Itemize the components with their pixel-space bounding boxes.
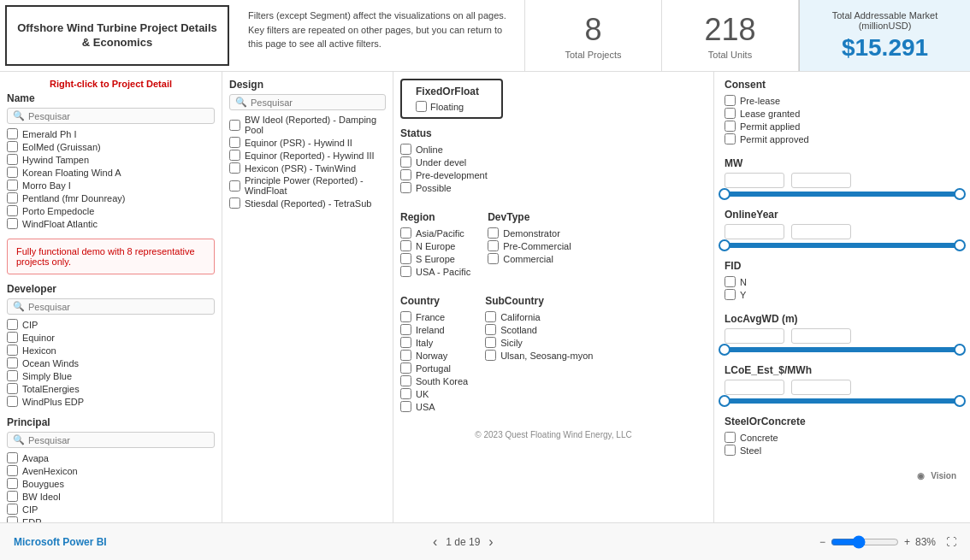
list-item[interactable]: Scotland: [485, 323, 593, 336]
list-item[interactable]: Emerald Ph I: [7, 127, 215, 140]
list-item[interactable]: Lease granted: [725, 107, 960, 120]
zoom-slider[interactable]: [831, 535, 899, 549]
list-item-checkbox[interactable]: [485, 311, 496, 322]
list-item-checkbox[interactable]: [488, 227, 499, 239]
mw-slider-track[interactable]: [725, 192, 960, 197]
design-search-input[interactable]: [251, 97, 380, 108]
list-item[interactable]: Asia/Pacific: [400, 227, 470, 239]
developer-search-box[interactable]: 🔍: [7, 298, 215, 315]
floating-checkbox[interactable]: [416, 101, 427, 112]
list-item-checkbox[interactable]: [7, 357, 18, 368]
list-item[interactable]: Simply Blue: [7, 369, 215, 382]
list-item[interactable]: AvenHexicon: [7, 464, 215, 477]
lcoe-left-thumb[interactable]: [719, 395, 730, 407]
list-item-checkbox[interactable]: [7, 452, 18, 463]
list-item[interactable]: Norway: [400, 349, 468, 362]
list-item-checkbox[interactable]: [400, 401, 411, 412]
locavgwd-max-input[interactable]: 1129: [791, 328, 851, 344]
locavgwd-left-thumb[interactable]: [719, 344, 730, 356]
list-item-checkbox[interactable]: [485, 324, 496, 335]
list-item[interactable]: UK: [400, 387, 468, 400]
list-item[interactable]: CIP: [7, 503, 215, 516]
list-item-checkbox[interactable]: [400, 266, 411, 277]
list-item-checkbox[interactable]: [7, 192, 18, 203]
list-item[interactable]: Equinor (Reported) - Hywind III: [229, 149, 386, 162]
list-item[interactable]: WindFloat Atlantic: [7, 217, 215, 230]
lcoe-max-input[interactable]: $168.2: [791, 380, 851, 395]
list-item-checkbox[interactable]: [229, 162, 240, 174]
list-item[interactable]: Hexicon (PSR) - TwinWind: [229, 162, 386, 174]
list-item[interactable]: Pre-Commercial: [488, 239, 571, 252]
list-item-checkbox[interactable]: [7, 141, 18, 152]
list-item[interactable]: Bouygues: [7, 477, 215, 490]
list-item-checkbox[interactable]: [400, 363, 411, 374]
list-item-checkbox[interactable]: [725, 289, 736, 300]
list-item[interactable]: EolMed (Gruissan): [7, 140, 215, 153]
list-item-checkbox[interactable]: [7, 504, 18, 515]
design-search-box[interactable]: 🔍: [229, 94, 386, 110]
list-item[interactable]: Principle Power (Reported) - WindFloat: [229, 174, 386, 197]
list-item-checkbox[interactable]: [725, 121, 736, 132]
list-item-checkbox[interactable]: [488, 240, 499, 251]
list-item[interactable]: Stiesdal (Reported) - TetraSub: [229, 197, 386, 209]
list-item[interactable]: Pentland (fmr Dounreay): [7, 192, 215, 204]
list-item-checkbox[interactable]: [400, 375, 411, 386]
list-item[interactable]: Equinor: [7, 331, 215, 344]
principal-search-input[interactable]: [28, 435, 209, 445]
name-search-box[interactable]: 🔍: [7, 108, 215, 124]
list-item[interactable]: Demonstrator: [488, 227, 571, 239]
pagination-prev[interactable]: ‹: [433, 534, 437, 550]
list-item-checkbox[interactable]: [485, 337, 496, 348]
list-item-checkbox[interactable]: [229, 197, 240, 209]
list-item-checkbox[interactable]: [400, 337, 411, 348]
list-item-checkbox[interactable]: [725, 95, 736, 106]
locavgwd-min-input[interactable]: 62: [725, 328, 784, 344]
list-item[interactable]: Possible: [400, 181, 488, 194]
list-item[interactable]: France: [400, 310, 468, 323]
developer-search-input[interactable]: [28, 302, 209, 312]
list-item[interactable]: BW Ideol (Reported) - Damping Pool: [229, 114, 386, 136]
list-item[interactable]: Ulsan, Seosang-myon: [485, 349, 593, 362]
list-item-checkbox[interactable]: [725, 432, 736, 443]
list-item[interactable]: Pre-development: [400, 168, 488, 181]
list-item[interactable]: Hywind Tampen: [7, 153, 215, 166]
list-item-checkbox[interactable]: [488, 253, 499, 264]
list-item-checkbox[interactable]: [7, 218, 18, 229]
list-item-checkbox[interactable]: [7, 180, 18, 191]
list-item-checkbox[interactable]: [7, 491, 18, 502]
list-item[interactable]: Concrete: [725, 431, 960, 444]
list-item-checkbox[interactable]: [7, 332, 18, 343]
list-item[interactable]: Hexicon: [7, 344, 215, 357]
list-item-checkbox[interactable]: [7, 205, 18, 216]
list-item[interactable]: Portugal: [400, 362, 468, 374]
list-item-checkbox[interactable]: [7, 128, 18, 139]
list-item-checkbox[interactable]: [229, 150, 240, 161]
list-item[interactable]: Ocean Winds: [7, 357, 215, 369]
list-item[interactable]: USA: [400, 400, 468, 413]
list-item-checkbox[interactable]: [400, 227, 411, 239]
zoom-in-icon[interactable]: +: [904, 536, 910, 548]
list-item[interactable]: Morro Bay I: [7, 179, 215, 192]
list-item-checkbox[interactable]: [400, 144, 411, 155]
pagination-next[interactable]: ›: [488, 534, 493, 550]
list-item[interactable]: TotalEnergies: [7, 382, 215, 395]
list-item-checkbox[interactable]: [229, 137, 240, 148]
floating-checkbox-row[interactable]: Floating: [416, 101, 488, 112]
list-item-checkbox[interactable]: [485, 350, 496, 361]
list-item[interactable]: Ireland: [400, 323, 468, 336]
list-item[interactable]: USA - Pacific: [400, 265, 470, 278]
online-year-slider-track[interactable]: [725, 243, 960, 248]
name-search-input[interactable]: [28, 111, 209, 121]
list-item[interactable]: N: [725, 275, 960, 288]
list-item-checkbox[interactable]: [7, 465, 18, 476]
list-item-checkbox[interactable]: [400, 182, 411, 193]
list-item[interactable]: N Europe: [400, 239, 470, 252]
list-item-checkbox[interactable]: [725, 276, 736, 287]
list-item[interactable]: Avapa: [7, 451, 215, 464]
list-item[interactable]: WindPlus EDP: [7, 395, 215, 408]
list-item-checkbox[interactable]: [400, 388, 411, 399]
list-item[interactable]: Y: [725, 288, 960, 301]
list-item-checkbox[interactable]: [400, 253, 411, 264]
list-item[interactable]: Under devel: [400, 156, 488, 168]
list-item-checkbox[interactable]: [7, 383, 18, 394]
